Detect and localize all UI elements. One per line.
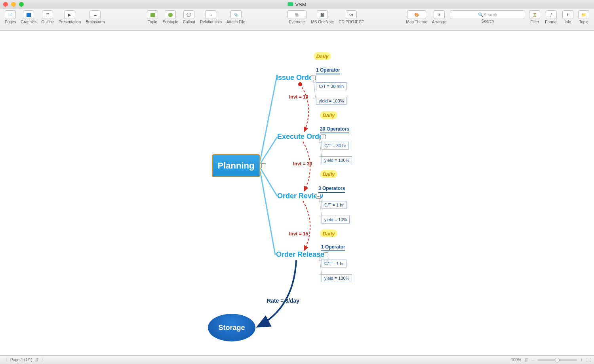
info-icon: ℹ [562, 10, 573, 19]
minimize-icon[interactable] [11, 2, 16, 7]
graphics-icon: 🟦 [23, 10, 34, 19]
relationship-button[interactable]: ↔Relationship [198, 10, 223, 24]
relationship-icon: ↔ [205, 10, 216, 19]
inventory-label: Invt = 10 [289, 94, 308, 100]
outline-button[interactable]: ☰Outline [40, 10, 55, 24]
collapse-toggle[interactable] [311, 76, 316, 80]
subtopic-icon: 🟢 [165, 10, 176, 19]
toolbar-group-insert: 🟩Topic 🟢Subtopic 💬Callout ↔Relationship … [145, 10, 247, 24]
daily-badge: Daily [320, 229, 337, 237]
collapse-toggle[interactable] [316, 194, 321, 199]
storage-node[interactable]: Storage [208, 314, 255, 341]
subtopic-button[interactable]: 🟢Subtopic [161, 10, 180, 24]
cd-project-button[interactable]: 🗂CD PROJECT [337, 10, 366, 24]
format-icon: ƒ [546, 10, 557, 19]
toolbar-group-views: 📄Pages 🟦Graphics ☰Outline ▶Presentation … [3, 10, 107, 24]
zoom-in-button[interactable]: + [580, 357, 583, 363]
toolbar-group-export: 🐘Evernote 📓MS OneNote 🗂CD PROJECT [286, 10, 366, 24]
project-icon: 🗂 [346, 10, 357, 19]
svg-line-0 [260, 78, 276, 161]
onenote-icon: 📓 [317, 10, 328, 19]
zoom-level: 100% [511, 358, 521, 362]
theme-icon: 🎨 [407, 10, 426, 19]
root-topic-planning[interactable]: Planning [212, 154, 260, 177]
attach-icon: 📎 [230, 10, 242, 19]
filter-icon: ⏳ [529, 10, 540, 19]
canvas[interactable]: Planning Daily Daily Daily Daily Issue O… [0, 31, 594, 355]
callout-button[interactable]: 💬Callout [181, 10, 197, 24]
topic-execute-order[interactable]: Execute Order [277, 133, 326, 141]
toolbar-group-layout: 🎨Map Theme ✳Arrange [405, 10, 448, 24]
callout-icon: 💬 [183, 10, 194, 19]
search-label: Search [481, 19, 494, 23]
fullscreen-button[interactable]: ⛶ [586, 357, 591, 363]
zoom-out-button[interactable]: − [531, 357, 534, 363]
yield-metric: yield = 100% [316, 97, 346, 105]
operators-label: 1 Operator [321, 244, 345, 251]
toolbar-group-inspectors: ⏳Filter ƒFormat ℹInfo 📁Topic [527, 10, 591, 24]
yield-metric: yield = 100% [322, 156, 352, 164]
graphics-button[interactable]: 🟦Graphics [19, 10, 38, 24]
inventory-label: Invt = 15 [289, 231, 308, 237]
topic-inspector-button[interactable]: 📁Topic [577, 10, 591, 24]
presentation-icon: ▶ [64, 10, 75, 19]
prev-page-button[interactable]: 〈 [3, 356, 8, 363]
cycle-time-metric: C/T = 30 min [316, 82, 346, 90]
statusbar: 〈 Page-1 (1/1) ⇵ 〉 100% ⇵ − + ⛶ [0, 355, 594, 364]
pages-button[interactable]: 📄Pages [3, 10, 17, 24]
evernote-button[interactable]: 🐘Evernote [286, 10, 308, 24]
onenote-button[interactable]: 📓MS OneNote [310, 10, 336, 24]
topic-insp-icon: 📁 [578, 10, 589, 19]
collapse-toggle-root[interactable] [261, 163, 266, 168]
filter-button[interactable]: ⏳Filter [527, 10, 542, 24]
window-controls [3, 2, 24, 7]
brainstorm-button[interactable]: ☁Brainstorm [84, 10, 106, 24]
inventory-label: Invt = 30 [293, 161, 312, 167]
svg-point-4 [298, 82, 302, 86]
collapse-toggle[interactable] [324, 252, 328, 257]
page-indicator[interactable]: Page-1 (1/1) [10, 358, 32, 362]
outline-icon: ☰ [42, 10, 53, 19]
cycle-time-metric: C/T = 1 hr [322, 201, 346, 209]
operators-label: 3 Operators [318, 186, 345, 193]
page-stepper-icon[interactable]: ⇵ [35, 357, 39, 363]
daily-badge: Daily [320, 170, 337, 178]
window-title: VSM [295, 2, 306, 8]
yield-metric: yield = 10% [322, 216, 350, 224]
collapse-toggle[interactable] [321, 135, 326, 139]
map-theme-button[interactable]: 🎨Map Theme [405, 10, 429, 24]
evernote-icon: 🐘 [287, 10, 307, 19]
topic-icon: 🟩 [147, 10, 158, 19]
next-page-button[interactable]: 〉 [41, 356, 46, 363]
topic-button[interactable]: 🟩Topic [145, 10, 160, 24]
pages-icon: 📄 [5, 10, 16, 19]
arrange-button[interactable]: ✳Arrange [430, 10, 448, 24]
format-button[interactable]: ƒFormat [543, 10, 559, 24]
close-icon[interactable] [3, 2, 8, 7]
daily-badge: Daily [314, 52, 331, 60]
operators-label: 1 Operator [316, 67, 340, 74]
titlebar: VSM [0, 0, 594, 9]
search-input[interactable]: 🔍 Search [450, 10, 525, 19]
svg-line-2 [260, 168, 277, 196]
arrange-icon: ✳ [434, 10, 445, 19]
zoom-stepper-icon[interactable]: ⇵ [524, 357, 528, 363]
topic-issue-order[interactable]: Issue Order [276, 74, 316, 82]
document-icon [287, 2, 293, 6]
svg-line-3 [260, 171, 275, 255]
svg-line-1 [260, 137, 277, 164]
zoom-slider[interactable] [537, 359, 577, 361]
topic-order-release[interactable]: Order Release [276, 250, 324, 259]
toolbar: 📄Pages 🟦Graphics ☰Outline ▶Presentation … [0, 9, 594, 31]
rate-label: Rate = 3/day [267, 298, 299, 304]
zoom-icon[interactable] [19, 2, 24, 7]
cycle-time-metric: C/T = 30 hr [322, 142, 349, 150]
presentation-button[interactable]: ▶Presentation [57, 10, 82, 24]
info-button[interactable]: ℹInfo [561, 10, 575, 24]
daily-badge: Daily [320, 111, 337, 119]
yield-metric: yield = 100% [322, 274, 352, 282]
attach-file-button[interactable]: 📎Attach File [225, 10, 247, 24]
cycle-time-metric: C/T = 1 hr [322, 260, 346, 267]
zoom-knob[interactable] [555, 358, 560, 362]
operators-label: 20 Operators [320, 126, 349, 133]
